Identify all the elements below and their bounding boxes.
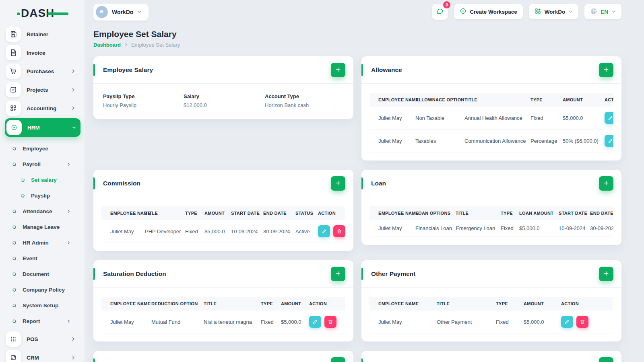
- chevron-right-icon: [71, 69, 76, 74]
- allowance-table: EMPLOYEE NAME ALLOWNACE OPTION TITLE TYP…: [369, 93, 613, 152]
- edit-button[interactable]: [309, 316, 321, 328]
- edit-button[interactable]: [605, 112, 613, 124]
- plus-icon: [335, 361, 341, 362]
- sidebar-item-employee[interactable]: Employee: [6, 141, 80, 156]
- add-saturation-deduction-button[interactable]: [331, 267, 345, 281]
- card-accent-bar: [93, 358, 95, 362]
- add-other-payment-button[interactable]: [599, 267, 613, 281]
- sidebar-item-invoice[interactable]: Invoice: [6, 44, 80, 61]
- add-overtime-button[interactable]: [331, 357, 345, 362]
- card-accent-bar: [361, 268, 363, 280]
- bullet-icon: [12, 288, 17, 292]
- sidebar-item-hrm[interactable]: HRM: [5, 118, 80, 137]
- plus-icon: [603, 180, 609, 187]
- hrm-icon: [6, 120, 22, 135]
- other-payment-table: EMPLOYEE NAME TITLE TYPE AMOUNT ACTION J…: [369, 297, 613, 333]
- sidebar-item-event[interactable]: Event: [6, 251, 80, 266]
- bullet-icon: [12, 225, 17, 229]
- create-workspace-label: Create Workspace: [470, 9, 517, 15]
- sidebar-item-company-policy[interactable]: Company Policy: [6, 282, 80, 298]
- language-selector[interactable]: EN: [584, 4, 621, 19]
- workdo-menu-label: WorkDo: [545, 9, 566, 15]
- create-workspace-button[interactable]: Create Workspace: [454, 4, 523, 19]
- workspace-label: WorkDo: [112, 9, 133, 15]
- delete-button[interactable]: [576, 316, 588, 328]
- retainer-icon: [6, 27, 21, 42]
- workdo-menu-button[interactable]: WorkDo: [529, 4, 579, 19]
- globe-icon: [590, 8, 597, 16]
- sidebar-item-label: CRM: [27, 355, 39, 361]
- sidebar-item-attendance[interactable]: Attendance: [6, 204, 80, 219]
- add-commission-button[interactable]: [331, 176, 345, 191]
- sidebar-item-crm[interactable]: CRM: [6, 349, 80, 362]
- add-loan-button[interactable]: [599, 176, 613, 191]
- hrm-submenu: Employee Payroll Set salary Payslip Atte…: [6, 139, 80, 329]
- bullet-icon: [12, 303, 17, 308]
- language-code: EN: [601, 9, 608, 15]
- sidebar-item-label: Invoice: [27, 50, 45, 56]
- sidebar-item-payslip[interactable]: Payslip: [6, 188, 80, 204]
- sidebar-item-label: Projects: [27, 87, 48, 93]
- delete-button[interactable]: [333, 225, 345, 237]
- chevron-down-icon: [611, 9, 616, 15]
- card-header: Commission: [93, 170, 353, 197]
- sidebar-item-retainer[interactable]: Retainer: [6, 26, 80, 43]
- delete-button[interactable]: [324, 316, 336, 328]
- other-payment-card: Other Payment EMPLOYEE NAME TITLE TYPE A…: [361, 260, 621, 341]
- sidebar-nav: Retainer Invoice Purchases Projects: [0, 26, 85, 362]
- sidebar-item-document[interactable]: Document: [6, 266, 80, 282]
- edit-button[interactable]: [561, 316, 573, 328]
- field-payslip-type: Payslip Type Hourly Payslip: [103, 93, 184, 108]
- sidebar-item-label: Purchases: [27, 68, 54, 74]
- invoice-icon: [6, 45, 21, 60]
- sidebar-item-purchases[interactable]: Purchases: [6, 63, 80, 80]
- cards-grid: Employee Salary Payslip Type Hourly Pays…: [93, 56, 621, 362]
- card-header: Overtime: [93, 351, 353, 362]
- saturation-deduction-card: Saturation Deduction EMPLOYEE NAME DEDUC…: [93, 260, 353, 341]
- add-company-contribution-button[interactable]: [599, 357, 613, 362]
- sidebar-item-label: Retainer: [27, 31, 48, 37]
- add-allowance-button[interactable]: [599, 63, 613, 77]
- add-employee-salary-button[interactable]: [331, 63, 345, 77]
- brand-logo[interactable]: DASH: [21, 6, 65, 20]
- workspace-switcher[interactable]: WorkDo: [93, 4, 149, 21]
- card-header: Other Payment: [361, 260, 621, 288]
- status-text: Active: [291, 220, 313, 243]
- card-accent-bar: [93, 177, 95, 189]
- workspace-avatar: [96, 6, 108, 18]
- sidebar-item-report[interactable]: Report: [6, 313, 80, 329]
- table-header-row: EMPLOYEE NAME TITLE TYPE AMOUNT START DA…: [101, 206, 345, 220]
- edit-button[interactable]: [318, 225, 330, 237]
- chat-button[interactable]: 0: [432, 4, 448, 20]
- card-title: Company Contribution: [371, 361, 439, 362]
- card-accent-bar: [361, 177, 363, 189]
- sidebar-item-system-setup[interactable]: System Setup: [6, 298, 80, 313]
- table-row: Juliet May Mutual Fund Nisi a tenetur ma…: [101, 311, 345, 333]
- bullet-icon: [12, 146, 17, 151]
- chevron-down-icon: [72, 125, 76, 130]
- chevron-right-icon: [124, 42, 128, 48]
- chevron-right-icon: [66, 241, 71, 245]
- sidebar-item-accounting[interactable]: Accounting: [6, 100, 80, 117]
- logo-dot: [17, 12, 20, 15]
- crm-icon: [6, 350, 21, 362]
- widgets-icon: [6, 101, 21, 116]
- sidebar-item-manage-leave[interactable]: Manage Leave: [6, 219, 80, 235]
- sidebar-item-set-salary[interactable]: Set salary: [6, 172, 80, 188]
- loan-card: Loan EMPLOYEE NAME LOAN OPTIONS TITLE TY…: [361, 170, 621, 245]
- edit-button[interactable]: [605, 135, 613, 147]
- page-head: Employee Set Salary Dashboard Employee S…: [93, 29, 621, 48]
- sidebar-item-payroll[interactable]: Payroll: [6, 156, 80, 172]
- plus-icon: [603, 270, 609, 278]
- breadcrumb-dashboard-link[interactable]: Dashboard: [93, 42, 121, 48]
- sidebar-item-label: Accounting: [27, 105, 56, 111]
- chat-badge: 0: [443, 1, 450, 8]
- sidebar-item-hr-admin[interactable]: HR Admin: [6, 235, 80, 251]
- sidebar-item-projects[interactable]: Projects: [6, 81, 80, 98]
- chevron-right-icon: [71, 106, 76, 111]
- card-accent-bar: [93, 64, 95, 76]
- sidebar-item-pos[interactable]: POS: [6, 331, 80, 348]
- bullet-icon: [12, 272, 17, 276]
- saturation-deduction-table: EMPLOYEE NAME DEDUCTION OPTION TITLE TYP…: [101, 297, 345, 333]
- bullet-icon: [12, 241, 17, 245]
